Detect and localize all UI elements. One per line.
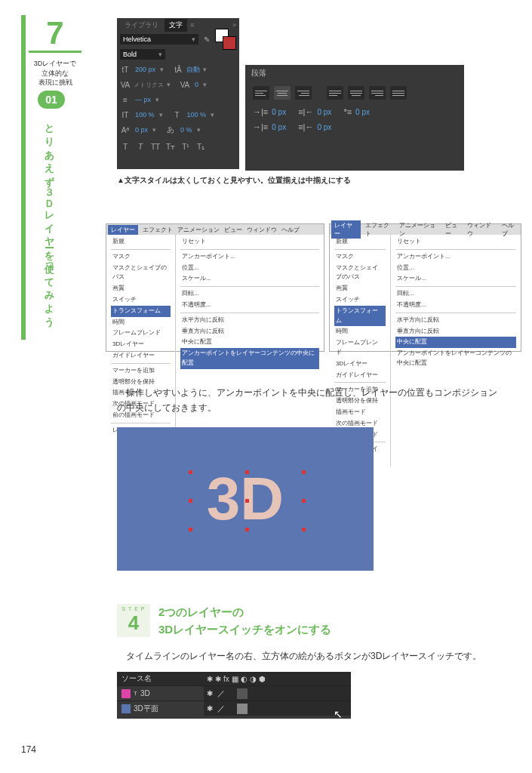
space-before-icon: →|≡ [253,122,268,131]
align-center-icon[interactable] [274,86,291,100]
cursor-icon: ↖ [334,708,343,720]
vscale-value[interactable]: 100 % [134,111,156,119]
font-size-value[interactable]: 200 px [134,66,157,73]
page-number: 174 [21,744,36,755]
bold-icon[interactable]: T [120,141,131,152]
tracking-icon: VA [180,79,190,90]
chapter-title: 3Dレイヤーで立体的な表現に挑戦 [29,59,81,88]
panel-title: 段落 [245,65,464,82]
eyedropper-icon[interactable]: ✎ [201,34,212,45]
justify-all-icon[interactable] [390,86,407,100]
menu-screenshot-left: レイヤーエフェクトアニメーションビューウィンドウヘルプ 新規 マスク マスクとシ… [106,223,324,352]
space-after-icon: ≡|← [298,122,313,131]
tsume-value[interactable]: 0 % [179,126,194,134]
menubar: レイヤーエフェクトアニメーションビューウィンドウヘルプ [106,224,324,235]
column-source-name: ソース名 [117,672,204,685]
justify-left-icon[interactable] [327,86,343,100]
composition-preview: 3D [117,427,374,571]
kerning-value[interactable]: メトリクス [134,81,164,89]
close-icon[interactable]: » [232,21,236,29]
hscale-icon: T [172,109,183,120]
font-weight-select[interactable]: Bold▾ [120,49,165,60]
space-after-value[interactable]: 0 px [315,123,333,131]
indent-first-icon: *≡ [343,107,352,116]
italic-icon[interactable]: T [135,141,146,152]
tab-menu-icon[interactable]: ≡ [190,21,194,29]
3d-switch-button[interactable] [237,704,248,714]
menu-item-transform[interactable]: トランスフォーム [111,306,171,317]
timeline-panel: ソース名 ✱ ✱ fx ▦ ◐ ◑ ⬢ T3D ✱／ 3D平面 ✱／ [117,672,351,719]
layer-row-1[interactable]: T3D [117,689,204,698]
indent-left-icon: →|≡ [253,107,268,116]
figure-caption: ▲文字スタイルは太くしておくと見やすい。位置揃えは中揃えにする [117,175,351,186]
menu-item-anchor-center[interactable]: アンカーポイントをレイヤーコンテンツの中央に配置 [180,348,319,369]
smallcaps-icon[interactable]: Tᴛ [165,141,176,152]
baseline-value[interactable]: 0 px [134,126,149,134]
vscale-icon: IT [120,109,131,120]
hscale-value[interactable]: 100 % [186,111,208,119]
space-before-value[interactable]: 0 px [270,123,288,131]
superscript-icon[interactable]: T¹ [180,141,191,152]
section-title-vertical: とりあえず３Ｄレイヤーを使ってみよう [42,117,56,322]
adjustment-icon: ◑ [250,675,257,683]
menu-screenshot-right: レイヤーエフェクトアニメーションビューウィンドウヘルプ 新規 マスク マスクとシ… [329,223,521,352]
body-paragraph-1: 操作しやすいように、アンカーポイントを中央に配置し、レイヤーの位置もコンポジショ… [117,385,502,416]
paragraph-panel: 段落 →|≡0 px ≡|←0 px *≡0 px →|≡0 px ≡|←0 p… [245,65,464,171]
leading-icon: tÂ [173,64,183,75]
step-title: 2つのレイヤーの3Dレイヤースイッチをオンにする [158,604,331,638]
font-family-select[interactable]: Helvetica▾ [120,34,198,45]
baseline-icon: Aª [120,125,131,135]
allcaps-icon[interactable]: TT [150,141,161,152]
layer-row-2[interactable]: 3D平面 [117,704,204,714]
chapter-number: 7 [29,15,81,53]
3d-switch-header-icon: ⬢ [259,675,266,683]
av-icon: ✱ [215,675,221,683]
indent-first-value[interactable]: 0 px [354,108,371,116]
align-right-icon[interactable] [295,86,312,100]
menu-item-center[interactable]: 中央に配置 [395,337,516,348]
color-swatch[interactable] [215,29,236,50]
justify-center-icon[interactable] [348,86,364,100]
tracking-value[interactable]: 0 [193,81,200,88]
indent-left-value[interactable]: 0 px [270,108,288,116]
stroke-value[interactable]: — px [134,96,152,103]
tab-library[interactable]: ライブラリ [120,19,163,32]
leading-value[interactable]: 自動 [186,65,200,75]
tsume-icon: あ [165,125,176,135]
indent-right-icon: ≡|← [298,107,313,116]
frame-blend-icon: ▦ [232,675,238,683]
font-size-icon: tT [120,64,131,75]
step-badge: S T E P 4 [117,604,150,637]
3d-switch-button[interactable] [237,688,248,699]
indent-right-value[interactable]: 0 px [315,108,333,116]
section-badge: 01 [38,91,65,109]
align-left-icon[interactable] [253,86,269,100]
justify-right-icon[interactable] [369,86,386,100]
kerning-icon: VA [120,79,131,90]
subscript-icon[interactable]: T₁ [195,141,206,152]
shy-icon: ✱ [207,675,213,683]
tab-character[interactable]: 文字 [165,19,187,32]
stroke-icon: ≡ [120,94,131,105]
character-panel: ライブラリ 文字 ≡ » Helvetica▾ ✎ Bold▾ tT 200 p… [117,18,239,169]
motion-blur-icon: ◐ [241,675,248,683]
fx-icon: fx [223,675,229,683]
step-description: タイムラインのレイヤー名の右、立方体の絵があるボタンが3Dレイヤースイッチです。 [117,649,502,664]
